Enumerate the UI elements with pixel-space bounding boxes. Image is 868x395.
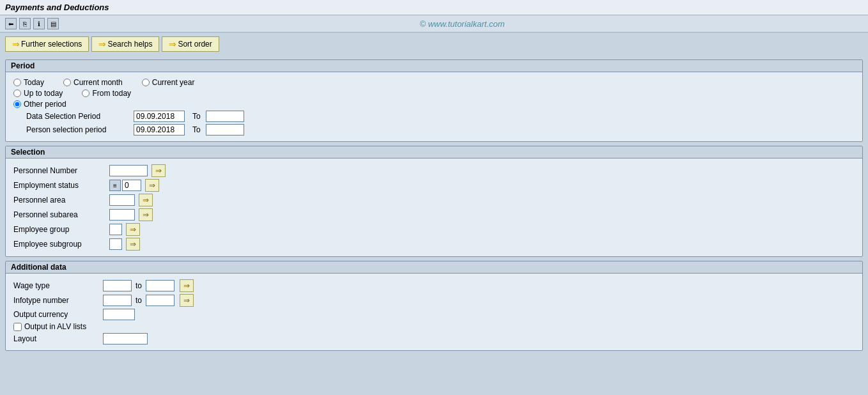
- radio-other-period-input[interactable]: [13, 100, 21, 108]
- personnel-area-input[interactable]: [109, 194, 135, 206]
- employee-subgroup-arrow-btn[interactable]: ⇒: [126, 238, 140, 251]
- employment-status-input[interactable]: [122, 180, 141, 191]
- wage-type-to-label: to: [136, 281, 142, 290]
- layout-label: Layout: [13, 334, 103, 343]
- personnel-area-label: Personnel area: [13, 196, 109, 205]
- layout-input[interactable]: [103, 333, 148, 345]
- copy-icon[interactable]: ⎘: [19, 18, 31, 29]
- radio-from-today-label: From today: [92, 89, 131, 98]
- tab-search-helps-label: Search helps: [107, 40, 152, 49]
- radio-current-month-input[interactable]: [63, 79, 71, 86]
- selection-section-title: Selection: [6, 146, 862, 159]
- output-currency-label: Output currency: [13, 310, 103, 319]
- radio-today-label: Today: [24, 78, 44, 87]
- personnel-subarea-arrow-btn[interactable]: ⇒: [139, 208, 153, 221]
- tab-search-helps[interactable]: ⇒ Search helps: [91, 36, 159, 52]
- data-selection-to-input[interactable]: [206, 111, 244, 122]
- additional-data-section-title: Additional data: [6, 261, 862, 274]
- radio-from-today-input[interactable]: [82, 89, 89, 97]
- wage-type-arrow-btn[interactable]: ⇒: [180, 279, 194, 292]
- clock-icon[interactable]: ⬅: [5, 18, 17, 29]
- infotype-number-to-input[interactable]: [146, 295, 174, 306]
- output-alv-row: Output in ALV lists: [13, 322, 855, 331]
- infotype-number-to-label: to: [136, 296, 142, 305]
- tab-arrow-icon-2: ⇒: [98, 39, 106, 49]
- page-title: Payments and Deductions: [5, 3, 109, 12]
- employment-status-row: Employment status ≡ ⇒: [13, 179, 855, 192]
- radio-today-input[interactable]: [13, 79, 21, 86]
- infotype-number-label: Infotype number: [13, 296, 103, 305]
- employee-group-row: Employee group ⇒: [13, 223, 855, 236]
- personnel-subarea-row: Personnel subarea ⇒: [13, 208, 855, 221]
- employee-subgroup-label: Employee subgroup: [13, 240, 109, 249]
- personnel-number-input[interactable]: [109, 165, 148, 176]
- employee-group-arrow-btn[interactable]: ⇒: [126, 223, 140, 236]
- person-selection-to-label: To: [192, 125, 201, 134]
- personnel-subarea-input[interactable]: [109, 209, 135, 221]
- wage-type-from-input[interactable]: [103, 280, 132, 291]
- tab-bar: ⇒ Further selections ⇒ Search helps ⇒ So…: [0, 33, 868, 56]
- data-selection-row: Data Selection Period To: [26, 111, 855, 122]
- tab-arrow-icon-1: ⇒: [12, 39, 20, 49]
- radio-current-year-input[interactable]: [142, 79, 150, 86]
- radio-from-today[interactable]: From today: [82, 89, 131, 98]
- person-selection-to-input[interactable]: [206, 124, 244, 136]
- period-row-1: Today Current month Current year: [13, 78, 855, 87]
- radio-other-period[interactable]: Other period: [13, 100, 66, 109]
- watermark-text: © www.tutorialkart.com: [61, 19, 863, 29]
- tab-sort-order-label: Sort order: [178, 40, 212, 49]
- employment-status-icon[interactable]: ≡: [109, 180, 121, 191]
- radio-up-to-today-input[interactable]: [13, 89, 21, 97]
- personnel-number-arrow-btn[interactable]: ⇒: [151, 164, 166, 177]
- toolbar: ⬅ ⎘ ℹ ▤ © www.tutorialkart.com: [0, 15, 868, 33]
- period-section: Period Today Current month Current year: [5, 59, 863, 142]
- output-currency-row: Output currency: [13, 309, 855, 320]
- employee-group-label: Employee group: [13, 225, 109, 234]
- data-selection-to-label: To: [192, 112, 201, 121]
- radio-current-year-label: Current year: [152, 78, 195, 87]
- personnel-number-label: Personnel Number: [13, 166, 109, 175]
- data-selection-from-input[interactable]: [134, 111, 185, 122]
- radio-current-year[interactable]: Current year: [142, 78, 195, 87]
- wage-type-label: Wage type: [13, 281, 103, 290]
- tab-further-selections[interactable]: ⇒ Further selections: [5, 36, 89, 52]
- infotype-number-row: Infotype number to ⇒: [13, 294, 855, 307]
- period-section-title: Period: [6, 60, 862, 72]
- output-alv-checkbox[interactable]: [13, 323, 22, 331]
- employee-subgroup-row: Employee subgroup ⇒: [13, 238, 855, 251]
- wage-type-to-input[interactable]: [146, 280, 174, 291]
- selection-section-body: Personnel Number ⇒ Employment status ≡ ⇒…: [6, 159, 862, 256]
- employee-group-input[interactable]: [109, 224, 122, 235]
- employee-subgroup-input[interactable]: [109, 238, 122, 250]
- settings-icon[interactable]: ▤: [47, 18, 59, 29]
- employment-status-group: ≡: [109, 180, 141, 191]
- radio-other-period-label: Other period: [24, 100, 66, 109]
- radio-current-month[interactable]: Current month: [63, 78, 123, 87]
- personnel-subarea-label: Personnel subarea: [13, 210, 109, 219]
- selection-section: Selection Personnel Number ⇒ Employment …: [5, 146, 863, 257]
- period-row-2: Up to today From today: [13, 89, 855, 98]
- wage-type-row: Wage type to ⇒: [13, 279, 855, 292]
- additional-data-section: Additional data Wage type to ⇒ Infotype …: [5, 261, 863, 351]
- tab-arrow-icon-3: ⇒: [169, 39, 176, 49]
- radio-up-to-today-label: Up to today: [24, 89, 63, 98]
- radio-today[interactable]: Today: [13, 78, 44, 87]
- output-alv-label: Output in ALV lists: [24, 322, 86, 331]
- title-bar: Payments and Deductions: [0, 0, 868, 15]
- radio-current-month-label: Current month: [74, 78, 123, 87]
- infotype-number-arrow-btn[interactable]: ⇒: [180, 294, 194, 307]
- period-row-3: Other period: [13, 100, 855, 109]
- info-icon[interactable]: ℹ: [33, 18, 45, 29]
- employment-status-label: Employment status: [13, 181, 109, 190]
- radio-up-to-today[interactable]: Up to today: [13, 89, 63, 98]
- data-selection-label: Data Selection Period: [26, 112, 128, 121]
- output-currency-input[interactable]: [103, 309, 135, 320]
- main-content: Period Today Current month Current year: [0, 56, 868, 355]
- tab-sort-order[interactable]: ⇒ Sort order: [162, 36, 219, 52]
- person-selection-label: Person selection period: [26, 125, 128, 134]
- person-selection-from-input[interactable]: [134, 124, 185, 136]
- personnel-area-arrow-btn[interactable]: ⇒: [139, 194, 153, 206]
- additional-data-section-body: Wage type to ⇒ Infotype number to ⇒ Outp…: [6, 274, 862, 350]
- infotype-number-from-input[interactable]: [103, 295, 132, 306]
- employment-status-arrow-btn[interactable]: ⇒: [145, 179, 159, 192]
